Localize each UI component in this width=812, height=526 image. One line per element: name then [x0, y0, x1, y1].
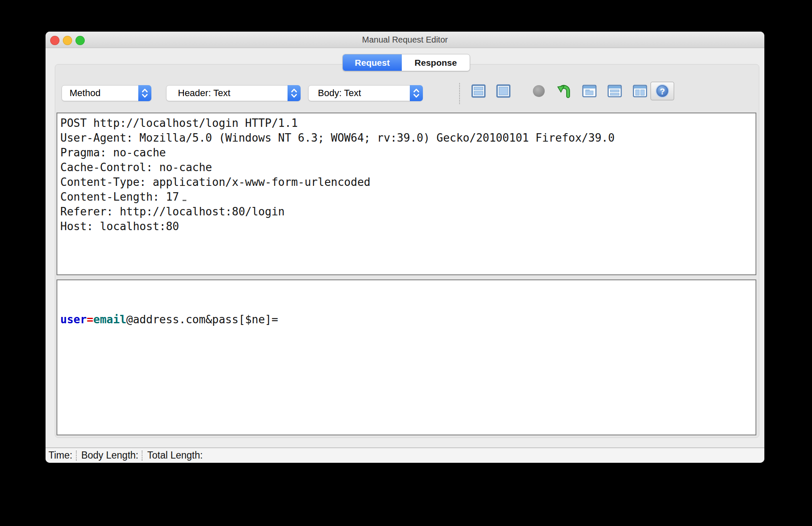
- help-button[interactable]: ?: [651, 82, 674, 100]
- rows-layout-icon: [608, 85, 622, 97]
- status-separator: [76, 451, 77, 461]
- status-separator: [142, 451, 143, 461]
- columns-layout-icon: [633, 85, 647, 97]
- record-disabled-button[interactable]: [532, 84, 546, 98]
- total-length-label: Total Length:: [147, 450, 203, 461]
- header-format-select-value: Header: Text: [167, 88, 230, 99]
- chevron-updown-icon: [288, 85, 301, 101]
- request-body-line: user=email@address.com&pass[$ne]=: [60, 312, 756, 327]
- open-new-window-button[interactable]: [582, 84, 597, 98]
- titlebar: Manual Request Editor: [46, 32, 764, 48]
- method-select-value: Method: [62, 88, 100, 99]
- request-body-editor[interactable]: user=email@address.com&pass[$ne]=: [56, 279, 756, 435]
- header-format-select[interactable]: Header: Text: [166, 85, 301, 101]
- tab-switcher: Request Response: [342, 54, 470, 71]
- request-header-editor[interactable]: POST http://localhost/login HTTP/1.1User…: [56, 113, 756, 275]
- text-cursor-artifact: [183, 200, 186, 201]
- method-select[interactable]: Method: [62, 85, 151, 101]
- record-disabled-icon: [532, 84, 546, 98]
- tab-single-view-button[interactable]: [496, 84, 511, 98]
- svg-text:?: ?: [660, 87, 665, 96]
- rows-layout-button[interactable]: [608, 84, 622, 98]
- desktop-background: Manual Request Editor Request Response M…: [0, 0, 812, 526]
- open-new-window-icon: [582, 85, 597, 97]
- tab-single-view-icon: [496, 84, 511, 98]
- tab-request[interactable]: Request: [343, 54, 402, 71]
- chevron-updown-icon: [138, 85, 151, 101]
- follow-redirect-arrow-icon: [557, 84, 571, 98]
- body-format-select-value: Body: Text: [309, 88, 361, 99]
- follow-redirect-button[interactable]: [557, 84, 571, 98]
- chevron-updown-icon: [410, 85, 423, 101]
- body-length-label: Body Length:: [81, 450, 139, 461]
- body-format-select[interactable]: Body: Text: [308, 85, 423, 101]
- help-icon: ?: [654, 83, 670, 99]
- time-label: Time:: [48, 450, 73, 461]
- tab-response[interactable]: Response: [402, 54, 470, 71]
- manual-request-editor-window: Manual Request Editor Request Response M…: [46, 32, 764, 463]
- request-panel: Method Header: Text Body: Text: [55, 64, 759, 438]
- columns-layout-button[interactable]: [633, 84, 647, 98]
- toolbar-separator: [459, 83, 460, 104]
- window-title: Manual Request Editor: [46, 32, 764, 48]
- status-bar: Time: Body Length: Total Length:: [46, 448, 764, 463]
- tab-split-view-button[interactable]: [471, 84, 486, 98]
- tab-split-view-icon: [471, 84, 486, 98]
